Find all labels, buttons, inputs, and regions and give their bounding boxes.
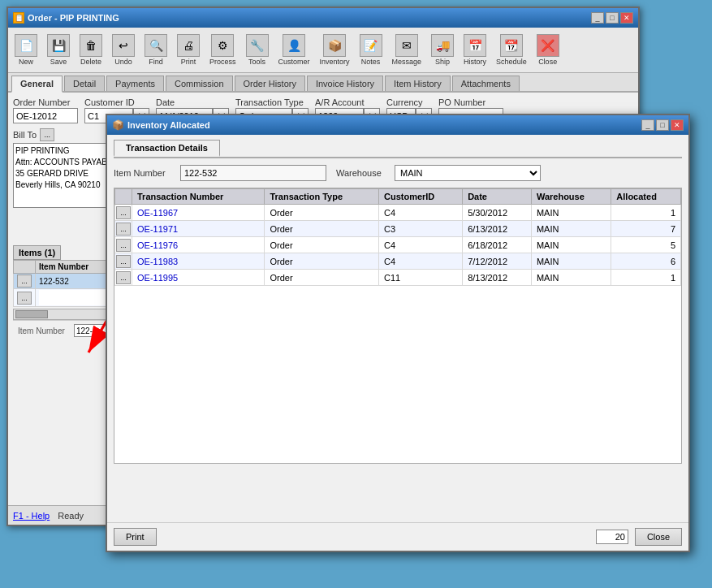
notes-icon: 📝: [360, 34, 382, 57]
tab-detail[interactable]: Detail: [64, 76, 105, 91]
modal-col-allocated: Allocated: [611, 189, 681, 205]
tab-item-history[interactable]: Item History: [385, 76, 451, 91]
tab-payments[interactable]: Payments: [106, 76, 164, 91]
toolbar-ship[interactable]: 🚚 Ship: [428, 32, 457, 67]
process-icon: ⚙: [211, 34, 234, 57]
new-label: New: [19, 58, 33, 66]
modal-minimize-button[interactable]: _: [641, 119, 654, 131]
modal-row-customer-id: C4: [378, 205, 462, 221]
main-title-icon: 📋: [13, 12, 24, 24]
modal-restore-button[interactable]: □: [656, 119, 669, 131]
print-label: Print: [181, 58, 196, 66]
modal-col-warehouse: Warehouse: [531, 189, 611, 205]
close-button[interactable]: ✕: [620, 12, 633, 24]
toolbar-notes[interactable]: 📝 Notes: [356, 32, 386, 67]
row-detail-btn[interactable]: ...: [17, 275, 32, 288]
modal-close-button[interactable]: Close: [635, 528, 682, 546]
toolbar-delete[interactable]: 🗑 Delete: [76, 32, 106, 67]
modal-tab-transaction-details[interactable]: Transaction Details: [114, 140, 220, 157]
tab-general[interactable]: General: [11, 76, 63, 93]
po-number-label: PO Number: [438, 97, 503, 107]
modal-table-row[interactable]: ... OE-11976 Order C4 6/18/2012 MAIN 5: [115, 237, 681, 253]
undo-icon: ↩: [112, 34, 135, 57]
toolbar-close[interactable]: ❌ Close: [533, 32, 563, 67]
toolbar-message[interactable]: ✉ Message: [389, 32, 425, 67]
bill-to-btn[interactable]: ...: [40, 128, 54, 141]
items-header: Items (1): [13, 245, 61, 260]
customer-label: Customer: [278, 58, 310, 66]
modal-row-btn[interactable]: ...: [116, 239, 131, 252]
modal-row-btn[interactable]: ...: [116, 223, 131, 236]
main-title-buttons: _ □ ✕: [591, 12, 633, 24]
modal-row-date: 6/18/2012: [463, 237, 532, 253]
ship-label: Ship: [435, 58, 450, 66]
tab-invoice-history[interactable]: Invoice History: [307, 76, 383, 91]
modal-row-btn[interactable]: ...: [116, 206, 131, 219]
modal-row-allocated: 1: [611, 270, 681, 286]
inventory-label: Inventory: [320, 58, 350, 66]
notes-label: Notes: [361, 58, 381, 66]
toolbar-customer[interactable]: 👤 Customer: [275, 32, 313, 67]
modal-row-allocated: 7: [611, 221, 681, 237]
tab-commission[interactable]: Commission: [166, 76, 233, 91]
modal-title-icon: 📦: [112, 119, 124, 131]
toolbar-process[interactable]: ⚙ Process: [206, 32, 239, 67]
save-icon: 💾: [47, 34, 70, 57]
toolbar-inventory[interactable]: 📦 Inventory: [317, 32, 353, 67]
restore-button[interactable]: □: [606, 12, 619, 24]
main-title-text: Order - PIP PRINTING: [28, 13, 119, 23]
toolbar-new[interactable]: 📄 New: [11, 32, 41, 67]
modal-print-button[interactable]: Print: [114, 528, 157, 546]
tools-icon: 🔧: [246, 34, 269, 57]
toolbar-find[interactable]: 🔍 Find: [141, 32, 170, 67]
help-text: F1 - Help: [13, 511, 50, 521]
modal-row-trans-type: Order: [265, 237, 379, 253]
print-icon: 🖨: [177, 34, 200, 57]
tab-order-history[interactable]: Order History: [235, 76, 305, 91]
modal-table-container: Transaction Number Transaction Type Cust…: [114, 188, 682, 464]
modal-row-customer-id: C4: [378, 237, 462, 253]
tab-attachments[interactable]: Attachments: [452, 76, 520, 91]
modal-row-allocated: 5: [611, 237, 681, 253]
minimize-button[interactable]: _: [591, 12, 604, 24]
modal-row-warehouse: MAIN: [531, 205, 611, 221]
toolbar-undo[interactable]: ↩ Undo: [109, 32, 138, 67]
modal-row-warehouse: MAIN: [531, 221, 611, 237]
modal-row-allocated: 6: [611, 253, 681, 270]
toolbar-schedule[interactable]: 📆 Schedule: [493, 32, 530, 67]
delete-label: Delete: [80, 58, 101, 66]
toolbar-print[interactable]: 🖨 Print: [174, 32, 203, 67]
modal-title-text: Inventory Allocated: [127, 120, 210, 130]
toolbar-tools[interactable]: 🔧 Tools: [243, 32, 272, 67]
col-btn: [14, 261, 36, 274]
modal-row-trans-type: Order: [265, 253, 379, 270]
modal-row-allocated: 1: [611, 205, 681, 221]
modal-table-row[interactable]: ... OE-11967 Order C4 5/30/2012 MAIN 1: [115, 205, 681, 221]
toolbar-history[interactable]: 📅 History: [460, 32, 490, 67]
modal-table-row[interactable]: ... OE-11971 Order C3 6/13/2012 MAIN 7: [115, 221, 681, 237]
save-label: Save: [50, 58, 67, 66]
modal-table-row[interactable]: ... OE-11983 Order C4 7/12/2012 MAIN 6: [115, 253, 681, 270]
message-label: Message: [392, 58, 422, 66]
row-add-btn[interactable]: ...: [17, 292, 32, 305]
history-label: History: [464, 58, 486, 66]
modal-table-row[interactable]: ... OE-11995 Order C11 8/13/2012 MAIN 1: [115, 270, 681, 286]
ship-icon: 🚚: [431, 34, 454, 57]
bill-to-label: Bill To: [13, 130, 37, 140]
modal-row-btn[interactable]: ...: [116, 255, 131, 268]
modal-row-warehouse: MAIN: [531, 270, 611, 286]
modal-item-number-input[interactable]: [180, 165, 326, 181]
modal-title-bar: 📦 Inventory Allocated _ □ ✕: [107, 115, 688, 135]
modal-row-btn[interactable]: ...: [116, 271, 131, 284]
order-number-input[interactable]: [13, 108, 78, 123]
modal-row-date: 7/12/2012: [463, 253, 532, 270]
modal-close-titlebar-button[interactable]: ✕: [671, 119, 684, 131]
modal-warehouse-select[interactable]: MAIN: [395, 165, 541, 181]
modal-row-trans-type: Order: [265, 221, 379, 237]
modal-row-trans-num: OE-11983: [132, 253, 265, 270]
date-label: Date: [156, 97, 229, 107]
modal-row-customer-id: C11: [378, 270, 462, 286]
modal-row-trans-type: Order: [265, 205, 379, 221]
main-toolbar: 📄 New 💾 Save 🗑 Delete ↩ Undo 🔍 Find 🖨 Pr…: [8, 28, 638, 73]
toolbar-save[interactable]: 💾 Save: [44, 32, 73, 67]
